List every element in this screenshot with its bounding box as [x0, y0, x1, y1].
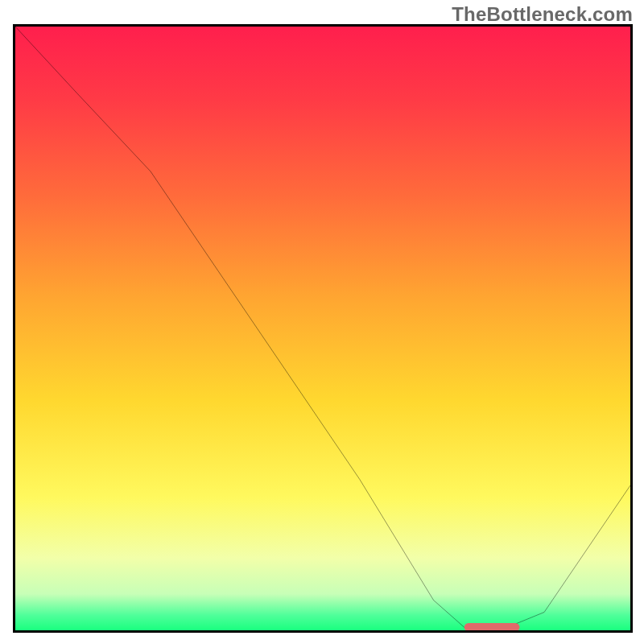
- chart-container: TheBottleneck.com: [0, 0, 644, 644]
- bottleneck-curve: [15, 27, 630, 627]
- chart-lines: [15, 27, 630, 630]
- optimal-range-marker: [464, 623, 520, 630]
- watermark-text: TheBottleneck.com: [452, 3, 633, 26]
- plot-area: [13, 24, 633, 633]
